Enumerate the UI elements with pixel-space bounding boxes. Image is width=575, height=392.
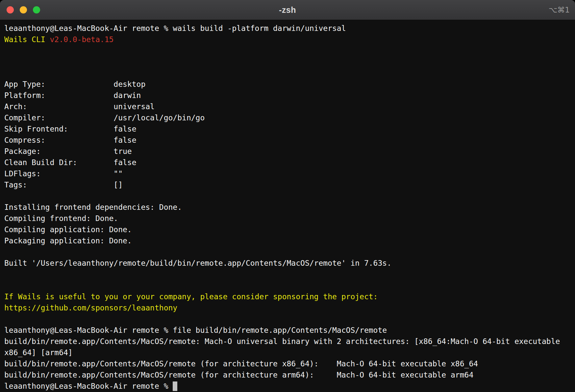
terminal-text: Installing frontend dependencies: Done. [4, 203, 182, 211]
terminal-text: LDFlags: "" [4, 169, 123, 178]
terminal-text: Compiling application: Done. [4, 225, 132, 234]
terminal-line: Compiler: /usr/local/go/bin/go [4, 112, 575, 123]
terminal-text: Built '/Users/leaanthony/remote/build/bi… [4, 259, 391, 267]
close-button[interactable] [7, 6, 14, 13]
terminal-line: build/bin/remote.app/Contents/MacOS/remo… [4, 358, 575, 369]
tab-shortcut-label: ⌥⌘1 [549, 0, 570, 20]
terminal-line [4, 190, 575, 202]
minimize-button[interactable] [20, 6, 27, 13]
terminal-line [4, 246, 575, 257]
terminal-line: Clean Build Dir: false [4, 157, 575, 168]
terminal-line: Skip Frontend: false [4, 123, 575, 135]
terminal-line: Installing frontend dependencies: Done. [4, 202, 575, 213]
terminal-text: Packaging application: Done. [4, 236, 132, 245]
terminal-text: Skip Frontend: false [4, 125, 137, 133]
terminal-text: leaanthony@Leas-MacBook-Air remote % wai… [4, 24, 346, 33]
terminal-line [4, 313, 575, 325]
terminal-line: Package: true [4, 146, 575, 157]
terminal-line [4, 269, 575, 280]
terminal-line: build/bin/remote.app/Contents/MacOS/remo… [4, 369, 575, 380]
terminal-text: App Type: desktop [4, 80, 145, 88]
terminal-line: App Type: desktop [4, 79, 575, 90]
terminal-text: Compiling frontend: Done. [4, 214, 118, 223]
terminal-line: https://github.com/sponsors/leaanthony [4, 302, 575, 313]
terminal-text: leaanthony@Leas-MacBook-Air remote % fil… [4, 326, 387, 334]
terminal-output[interactable]: leaanthony@Leas-MacBook-Air remote % wai… [0, 20, 575, 392]
terminal-text: Arch: universal [4, 102, 155, 111]
terminal-line: LDFlags: "" [4, 168, 575, 179]
terminal-line: leaanthony@Leas-MacBook-Air remote % [4, 380, 575, 392]
terminal-line: Arch: universal [4, 101, 575, 112]
terminal-text: build/bin/remote.app/Contents/MacOS/remo… [4, 371, 473, 379]
terminal-text: Package: true [4, 147, 132, 156]
terminal-line: leaanthony@Leas-MacBook-Air remote % wai… [4, 23, 575, 34]
traffic-lights [7, 0, 40, 20]
terminal-line: Platform: darwin [4, 90, 575, 101]
terminal-line: Compress: false [4, 135, 575, 146]
terminal-text: Compiler: /usr/local/go/bin/go [4, 113, 205, 122]
terminal-line: Built '/Users/leaanthony/remote/build/bi… [4, 257, 575, 269]
terminal-text: Tags: [] [4, 181, 123, 189]
terminal-text: https://github.com/sponsors/leaanthony [4, 304, 177, 312]
terminal-text: build/bin/remote.app/Contents/MacOS/remo… [4, 337, 560, 346]
terminal-text: build/bin/remote.app/Contents/MacOS/remo… [4, 359, 478, 368]
terminal-line: x86_64] [arm64] [4, 347, 575, 358]
window-title: -zsh [279, 5, 296, 15]
titlebar[interactable]: -zsh ⌥⌘1 [0, 0, 575, 20]
terminal-line: Wails CLI v2.0.0-beta.15 [4, 34, 575, 45]
terminal-text: Wails CLI [4, 35, 50, 44]
terminal-line [4, 45, 575, 56]
terminal-text: leaanthony@Leas-MacBook-Air remote % [4, 382, 173, 390]
terminal-window: -zsh ⌥⌘1 leaanthony@Leas-MacBook-Air rem… [0, 0, 575, 392]
terminal-line [4, 280, 575, 291]
terminal-line: build/bin/remote.app/Contents/MacOS/remo… [4, 336, 575, 347]
terminal-line: Tags: [] [4, 179, 575, 190]
terminal-line [4, 56, 575, 67]
terminal-text: Compress: false [4, 136, 137, 144]
terminal-cursor [173, 381, 177, 391]
terminal-line [4, 67, 575, 79]
terminal-line: Packaging application: Done. [4, 235, 575, 246]
terminal-text: v2.0.0-beta.15 [50, 35, 113, 44]
terminal-text: Platform: darwin [4, 91, 141, 100]
zoom-button[interactable] [33, 6, 40, 13]
terminal-line: Compiling frontend: Done. [4, 213, 575, 224]
terminal-line: Compiling application: Done. [4, 224, 575, 235]
terminal-text: Clean Build Dir: false [4, 158, 137, 167]
terminal-text: x86_64] [arm64] [4, 348, 73, 357]
terminal-line: If Wails is useful to you or your compan… [4, 291, 575, 302]
terminal-text: If Wails is useful to you or your compan… [4, 292, 378, 301]
terminal-line: leaanthony@Leas-MacBook-Air remote % fil… [4, 325, 575, 336]
